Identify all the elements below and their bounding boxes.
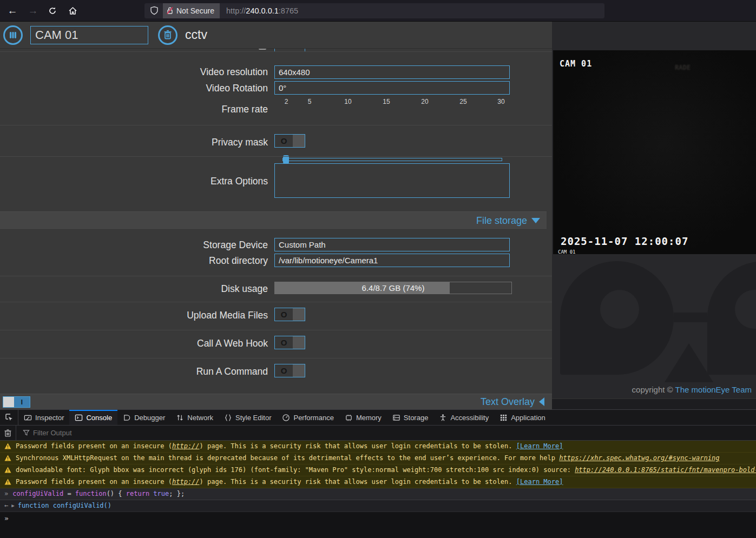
chevron-down-icon	[531, 218, 540, 223]
logo-beak	[665, 343, 713, 382]
reload-button[interactable]	[44, 3, 61, 19]
tab-console[interactable]: Console	[69, 410, 117, 425]
url-host: 240.0.0.1	[246, 6, 278, 15]
url-text: http://240.0.0.1:8765	[226, 6, 298, 15]
tab-debugger[interactable]: Debugger	[117, 410, 170, 425]
back-button[interactable]: ←	[4, 3, 21, 19]
camera-video-frame: CAM 01 RADE 2025-11-07 12:00:07 CAM 01	[553, 50, 756, 254]
warning-icon	[4, 443, 11, 449]
filter-output-input[interactable]	[33, 429, 195, 437]
input-chevron-icon: »	[4, 489, 8, 499]
tab-inspector[interactable]: Inspector	[18, 410, 69, 425]
frame-rate-label: Frame rate	[0, 104, 268, 115]
devtools-tab-bar: Inspector Console Debugger	[0, 410, 756, 426]
warning-icon	[4, 479, 11, 485]
motioneye-team-link[interactable]: The motionEye Team	[675, 385, 752, 394]
browser-toolbar: ← → Not	[0, 0, 756, 22]
camera-name-input[interactable]	[30, 26, 148, 44]
learn-more-link[interactable]: [Learn More]	[516, 442, 563, 450]
tab-memory[interactable]: Memory	[339, 410, 387, 425]
run-a-command-toggle[interactable]: O	[274, 364, 305, 377]
bottom-toggle[interactable]: I	[3, 396, 30, 408]
console-link[interactable]: http://	[172, 442, 200, 450]
main-area: cctv Video resolution Video Rotation Fra…	[0, 22, 756, 409]
extra-options-textarea[interactable]	[274, 163, 510, 198]
call-a-web-hook-toggle[interactable]: O	[274, 336, 305, 349]
settings-bottom-bar: I Text Overlay	[0, 394, 552, 409]
console-link[interactable]: http://240.0.0.1:8765/static/fnt/mavenpr…	[575, 466, 756, 474]
main-menu-button[interactable]	[3, 25, 23, 45]
call-a-web-hook-label: Call A Web Hook	[0, 338, 268, 349]
console-link[interactable]: http://	[172, 478, 200, 486]
warning-icon	[4, 455, 11, 461]
security-badge[interactable]: Not Secure	[163, 3, 220, 18]
file-storage-section-header[interactable]: File storage	[0, 211, 547, 230]
console-result: ← ▶ function configUiValid()	[0, 500, 756, 512]
toggle-state-glyph: O	[275, 364, 293, 377]
filter-icon	[23, 429, 30, 436]
privacy-mask-toggle[interactable]: O	[274, 134, 305, 148]
tab-style-editor[interactable]: Style Editor	[219, 410, 277, 425]
disk-usage-value: 6.4/8.7 GB (74%)	[275, 282, 511, 294]
video-rotation-label: Video Rotation	[0, 83, 268, 94]
tab-label: Console	[86, 414, 112, 422]
text-overlay-section-header[interactable]: Text Overlay	[481, 396, 552, 408]
video-rotation-input[interactable]	[274, 81, 510, 95]
tab-application[interactable]: Application	[494, 410, 551, 425]
tracking-shield-icon[interactable]	[150, 6, 159, 15]
video-resolution-label: Video resolution	[0, 67, 268, 78]
storage-device-input[interactable]	[274, 238, 510, 251]
frame-rate-tick: 30	[497, 98, 504, 105]
frame-rate-tick: 20	[421, 98, 428, 105]
performance-icon	[282, 414, 290, 422]
remove-camera-button[interactable]	[158, 25, 178, 45]
result-text[interactable]: function configUiValid()	[18, 501, 111, 510]
url-bar[interactable]: Not Secure http://240.0.0.1:8765	[144, 3, 604, 18]
url-port: :8765	[279, 6, 298, 15]
forward-button[interactable]: →	[25, 3, 41, 19]
root-directory-input[interactable]	[274, 254, 510, 267]
tab-label: Memory	[356, 414, 382, 422]
camera-corner-label: CAM 01	[558, 249, 576, 255]
logo-eye-hole	[600, 290, 639, 329]
menu-icon	[8, 30, 18, 40]
security-label: Not Secure	[176, 6, 214, 15]
tab-label: Style Editor	[235, 414, 271, 422]
disclosure-triangle-icon[interactable]: ▶	[11, 501, 14, 510]
style-editor-icon	[224, 414, 232, 422]
tab-storage[interactable]: Storage	[387, 410, 434, 425]
upload-media-files-label: Upload Media Files	[0, 310, 268, 321]
clear-console-button[interactable]	[0, 426, 16, 440]
camera-osd-name: CAM 01	[560, 59, 592, 69]
settings-column: cctv Video resolution Video Rotation Fra…	[0, 22, 552, 409]
upload-media-files-toggle[interactable]: O	[274, 308, 305, 321]
tab-label: Inspector	[35, 414, 64, 422]
home-button[interactable]	[64, 3, 81, 19]
console-warning: Synchronous XMLHttpRequest on the main t…	[0, 453, 756, 464]
copyright-text: copyright ©	[632, 385, 675, 394]
console-warning: downloadable font: Glyph bbox was incorr…	[0, 464, 756, 476]
console-warning: Password fields present on an insecure (…	[0, 476, 756, 488]
frame-rate-tick: 25	[459, 98, 466, 105]
devtools-panel: Inspector Console Debugger	[0, 409, 756, 538]
camera-osd-faint-text: RADE	[675, 64, 691, 71]
tab-accessibility[interactable]: Accessibility	[433, 410, 494, 425]
pick-element-button[interactable]	[0, 410, 18, 425]
reload-icon	[48, 6, 57, 15]
screen: ← → Not	[0, 0, 756, 538]
tab-network[interactable]: Network	[170, 410, 219, 425]
console-input-echo: » configUiValid = function() { return tr…	[0, 488, 756, 500]
tab-label: Network	[187, 414, 213, 422]
console-prompt[interactable]: »	[0, 512, 756, 538]
inspector-icon	[24, 414, 32, 422]
broken-lock-icon	[166, 6, 174, 15]
frame-rate-slider-track[interactable]	[282, 158, 502, 161]
home-icon	[68, 6, 77, 15]
pick-element-icon	[5, 413, 14, 422]
video-resolution-input[interactable]	[274, 65, 510, 79]
tab-performance[interactable]: Performance	[277, 410, 339, 425]
copyright-line: copyright © The motionEye Team	[632, 385, 752, 394]
learn-more-link[interactable]: [Learn More]	[516, 478, 563, 486]
logo-bridge	[674, 313, 707, 322]
console-link[interactable]: https://xhr.spec.whatwg.org/#sync-warnin…	[559, 454, 719, 462]
